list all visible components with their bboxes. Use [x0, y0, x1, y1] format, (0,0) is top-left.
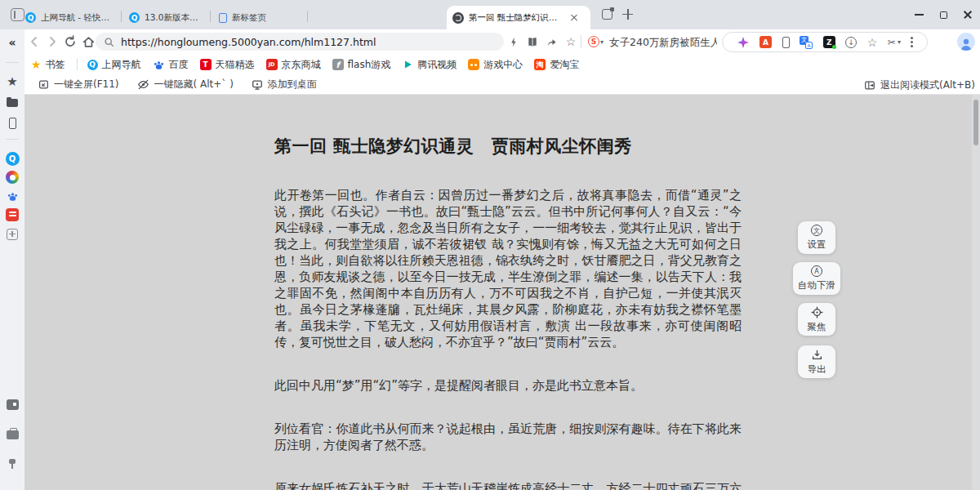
qq-nav-icon: Q: [87, 60, 98, 70]
exit-reading-mode-button[interactable]: 退出阅读模式(Alt+B): [864, 75, 975, 95]
briefcase-icon: [7, 430, 19, 439]
hide-button[interactable]: 一键隐藏( Alt+` ): [137, 78, 234, 91]
tab-nav-home[interactable]: Q 上网导航 - 轻快上网 从这里开始: [20, 6, 119, 29]
close-icon: [963, 10, 973, 20]
scrollbar-thumb[interactable]: [973, 100, 978, 145]
tab-groups-icon[interactable]: [602, 9, 612, 20]
sidebar-toolbox-button[interactable]: [0, 424, 24, 443]
pdf-extension-icon[interactable]: A: [760, 36, 772, 48]
sidebar-qq-nav-button[interactable]: Q: [0, 149, 24, 168]
close-button[interactable]: [957, 5, 978, 24]
desktop-icon: [252, 79, 263, 91]
collapse-sidebar-button[interactable]: «: [0, 33, 24, 52]
bookmark-item-tencent-video[interactable]: 腾讯视频: [402, 58, 457, 72]
exit-reading-icon: [864, 80, 875, 91]
back-button[interactable]: [24, 32, 44, 51]
sidebar-favorites-button[interactable]: ★: [0, 72, 24, 91]
sidebar-media-button[interactable]: [0, 394, 24, 414]
hot-search-text[interactable]: 女子240万新房被陌生人拎: [609, 36, 717, 50]
auto-scroll-icon: A: [811, 265, 822, 277]
reload-button[interactable]: [60, 32, 80, 51]
bookmarks-bar: ★ 书签 Q 上网导航 百度 T 天猫精选 JD 京东商城 f flash游戏 …: [24, 54, 980, 75]
tab-version-intro[interactable]: Q 13.0新版本介绍: [123, 6, 208, 29]
paragraph: 原来女娲氏炼石补天之时，于大荒山无稽崖炼成高经十二丈、方经二十四丈顽石三万六千五…: [274, 480, 742, 490]
share-button[interactable]: [541, 32, 561, 51]
address-bar[interactable]: https://hongloumeng.5000yan.com/hlm1127.…: [96, 33, 504, 51]
user-avatar[interactable]: [957, 33, 975, 51]
bookmark-item-taobao[interactable]: 淘 爱淘宝: [534, 58, 579, 72]
sidebar-divider: [6, 139, 19, 140]
z-extension-icon[interactable]: Z: [823, 36, 835, 48]
fullscreen-button[interactable]: 一键全屏(F11): [38, 78, 119, 91]
add-square-icon: [7, 229, 18, 240]
minimize-button[interactable]: [908, 5, 929, 24]
collapse-icon: «: [8, 36, 16, 49]
favorites-star-icon: ★: [7, 74, 17, 89]
home-icon: [82, 35, 96, 49]
bookmark-item-flash[interactable]: f flash游戏: [332, 58, 391, 72]
tab-close-icon[interactable]: [568, 12, 580, 24]
forward-icon: [46, 35, 59, 48]
bookmarks-root[interactable]: ★ 书签: [31, 58, 65, 72]
folder-icon: [7, 99, 18, 107]
bookmark-item-nav[interactable]: Q 上网导航: [87, 58, 141, 72]
person-icon: [959, 38, 973, 51]
red-app-icon: [6, 208, 19, 221]
bookmark-item-jd[interactable]: JD 京东商城: [266, 58, 321, 72]
bookmark-label: 京东商城: [282, 58, 321, 72]
tab-active-hongloumeng[interactable]: 第一回 甄士隐梦幻识通灵 贾: [447, 6, 590, 29]
bookmark-label: 腾讯视频: [417, 58, 457, 72]
download-icon[interactable]: ↓: [845, 37, 857, 48]
book-icon: [526, 36, 539, 48]
favorite-button[interactable]: ☆: [561, 32, 581, 51]
reader-settings-button[interactable]: 文 设置: [798, 221, 835, 254]
bookmark-item-tmall[interactable]: T 天猫精选: [200, 58, 255, 72]
reading-mode-toolbar: 一键全屏(F11) 一键隐藏( Alt+` ) 添加到桌面 退出阅读模式(Alt…: [24, 75, 980, 95]
ai-sparkle-icon[interactable]: [737, 36, 750, 49]
new-tab-button[interactable]: [621, 8, 634, 20]
sidebar-tieba-button[interactable]: [0, 186, 24, 206]
screenshot-tool[interactable]: ✂▾: [888, 37, 901, 48]
share-icon: [546, 36, 558, 48]
crosshair-icon: [811, 306, 823, 318]
fullscreen-icon: [38, 79, 49, 90]
focus-button[interactable]: 聚焦: [798, 303, 835, 336]
search-icon: [104, 37, 114, 47]
exit-reading-label: 退出阅读模式(Alt+B): [880, 78, 975, 92]
hotword-dropdown[interactable]: ▾: [597, 32, 607, 51]
quick-launch-button[interactable]: [504, 32, 523, 51]
sidebar-pin-button[interactable]: [0, 454, 24, 474]
reading-mode-button[interactable]: [523, 32, 542, 51]
browser-window: Q 上网导航 - 轻快上网 从这里开始 Q 13.0新版本介绍 新标签页 第一回…: [0, 0, 980, 490]
bookmark-item-game-center[interactable]: 游戏中心: [468, 58, 523, 72]
sidebar-colorful-app-button[interactable]: [0, 167, 24, 187]
sidebar-news-button[interactable]: [0, 205, 24, 225]
toolbar-divider: [581, 35, 581, 48]
add-to-desktop-button[interactable]: 添加到桌面: [252, 78, 317, 91]
bookmark-label: 上网导航: [102, 58, 141, 72]
star-icon: ☆: [566, 35, 577, 48]
bookmarks-label: 书签: [46, 58, 65, 72]
url-text[interactable]: https://hongloumeng.5000yan.com/hlm1127.…: [121, 36, 376, 48]
navigation-bar: https://hongloumeng.5000yan.com/hlm1127.…: [24, 29, 980, 54]
tab-new-tab-page[interactable]: 新标签页: [213, 6, 305, 29]
site-favicon: [452, 12, 464, 24]
phone-sync-icon[interactable]: [782, 37, 790, 48]
scrollbar-track[interactable]: [972, 95, 980, 490]
auto-scroll-button[interactable]: A 自动下滑: [793, 262, 840, 295]
export-button[interactable]: 导出: [798, 345, 835, 378]
paragraph: 此开卷第一回也。作者自云：因曾历过一番梦幻之后，故将真事隐去，而借“通灵”之说，…: [274, 187, 742, 350]
translate-extension-icon[interactable]: 文 A: [800, 36, 813, 49]
sidebar-phone-button[interactable]: [0, 114, 24, 133]
paragraph: 此回中凡用“梦”用“幻”等字，是提醒阅者眼目，亦是此书立意本旨。: [274, 377, 742, 394]
maximize-button[interactable]: [933, 5, 954, 24]
tab-label: 新标签页: [232, 12, 266, 24]
more-options-icon[interactable]: [911, 41, 913, 43]
forward-button[interactable]: [42, 32, 62, 51]
paragraph: 列位看官：你道此书从何而来？说起根由，虽近荒唐，细按则深有趣味。待在下将此来历注…: [274, 421, 742, 453]
bookmark-label: 天猫精选: [216, 58, 255, 72]
bookmark-page-icon[interactable]: ☆: [867, 36, 878, 49]
sidebar-add-button[interactable]: [0, 225, 24, 244]
bookmark-item-baidu[interactable]: 百度: [153, 58, 189, 72]
sidebar-files-button[interactable]: [0, 93, 24, 113]
